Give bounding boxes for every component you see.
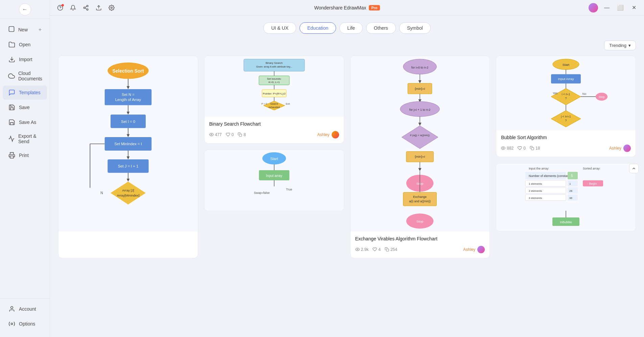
share-icon [83, 5, 89, 11]
card-meta-bubble-sort: 882 0 18 Ashley [501, 145, 631, 152]
likes-count-exchange: 4 [378, 247, 381, 252]
card-info-exchange: Exchange Virables Algorithm Flowchart 2.… [351, 232, 490, 258]
sidebar-item-export[interactable]: Export & Send [3, 130, 47, 148]
sidebar-item-new[interactable]: New + [3, 22, 47, 37]
upload-button[interactable] [94, 3, 103, 12]
svg-rect-2 [10, 156, 14, 158]
sidebar-item-save[interactable]: Save [3, 100, 47, 114]
svg-text:K=0, L=1: K=0, L=1 [268, 81, 280, 84]
close-button[interactable]: ✕ [629, 3, 639, 12]
svg-text:3 elements: 3 elements [529, 197, 542, 200]
card-author-exchange: Ashley [463, 246, 485, 253]
svg-rect-0 [9, 27, 14, 32]
tab-life[interactable]: Life [339, 22, 363, 34]
sort-select[interactable]: Trending ▾ [604, 41, 636, 50]
sidebar-export-label: Export & Send [18, 133, 42, 144]
card-exchange[interactable]: for i=0 to n-2 {min}=i for j=i + 1 to n-… [350, 56, 490, 258]
svg-text:{min}=i: {min}=i [415, 155, 425, 158]
copy-icon [385, 247, 389, 252]
svg-rect-94 [386, 249, 389, 251]
sidebar-item-options[interactable]: Options [3, 317, 47, 331]
sidebar-item-cloud[interactable]: Cloud Documents [3, 67, 47, 85]
open-icon [8, 41, 16, 48]
settings-button[interactable] [107, 3, 116, 12]
minimize-button[interactable]: — [602, 3, 612, 12]
svg-text:Set J = I + 1: Set J = I + 1 [118, 164, 139, 168]
svg-text:Given: array A with attribute : Given: array A with attribute key... [256, 65, 292, 68]
help-button[interactable] [55, 3, 65, 12]
saveas-icon [8, 119, 16, 126]
sidebar-bottom: Account Options [0, 298, 50, 337]
svg-text:Input array: Input array [266, 174, 282, 178]
svg-text:for i=0 to n-2: for i=0 to n-2 [411, 66, 429, 69]
tab-others[interactable]: Others [366, 22, 396, 34]
svg-text:36: 36 [569, 197, 572, 200]
tab-ui-ux[interactable]: UI & UX [263, 22, 296, 34]
svg-text:i < n-1: i < n-1 [562, 93, 570, 96]
author-avatar-bubble [623, 145, 631, 152]
svg-text:Pointer: P=(R+L)/2: Pointer: P=(R+L)/2 [263, 92, 286, 95]
app-name: Wondershare EdrawMax [314, 5, 366, 10]
share-button[interactable] [81, 3, 91, 12]
upload-icon [96, 5, 102, 11]
toolbar-row: Trending ▾ [58, 41, 636, 50]
sidebar-saveas-label: Save As [19, 120, 36, 125]
svg-text:N: N [100, 191, 103, 195]
views-count-bubble: 882 [507, 146, 514, 151]
sort-label: Trending [609, 43, 626, 48]
svg-point-4 [11, 323, 13, 325]
author-avatar-exchange [477, 246, 485, 253]
eye-icon [355, 247, 360, 252]
svg-marker-37 [111, 182, 146, 205]
scroll-top-button[interactable] [629, 164, 639, 173]
chevron-down-icon: ▾ [628, 43, 631, 48]
svg-point-93 [357, 249, 358, 250]
svg-text:1: 1 [569, 182, 571, 185]
copies-count-bubble: 18 [535, 146, 540, 151]
card-bubble-sort[interactable]: Start Input Array i < n-1 ? No Stop [496, 56, 636, 157]
card-col2-bottom[interactable]: Start Input array Swap=false True [204, 150, 344, 211]
tab-education[interactable]: Education [300, 22, 336, 34]
sidebar-item-import[interactable]: Import [3, 52, 47, 67]
svg-text:Array[MinIndex]: Array[MinIndex] [117, 193, 140, 197]
topbar-left-icons [55, 3, 116, 12]
account-icon [8, 305, 16, 313]
card-col4-bottom[interactable]: Input the array: Sorted array: Number of… [496, 163, 636, 231]
svg-text:?: ? [565, 119, 567, 122]
card-selection-sort[interactable]: Selection Sort Set N = Length of Array S… [58, 56, 198, 258]
card-info-binary-search: Binary Search Flowchart 477 0 8 [205, 117, 344, 143]
sidebar-item-templates[interactable]: Templates [3, 85, 47, 100]
likes-item: 0 [226, 132, 234, 137]
svg-text:Set I = 0: Set I = 0 [121, 120, 135, 124]
svg-text:Binary Search: Binary Search [265, 61, 283, 64]
views-item-exchange: 2.9k [355, 247, 369, 252]
sidebar-item-saveas[interactable]: Save As [3, 115, 47, 129]
card-info-bubble-sort: Bubble Sort Algorithm 882 0 18 [496, 130, 636, 157]
likes-item-bubble: 0 [518, 146, 526, 151]
back-button[interactable]: ← [19, 3, 31, 16]
svg-point-113 [503, 148, 504, 149]
options-icon [8, 320, 16, 328]
svg-text:Set bounds:: Set bounds: [267, 77, 281, 80]
views-item: 477 [209, 132, 222, 137]
sidebar-item-account[interactable]: Account [3, 302, 47, 316]
svg-text:if (a(j) < a({min}): if (a(j) < a({min}) [410, 134, 430, 137]
svg-rect-114 [531, 148, 534, 150]
author-name-bubble: Ashley [609, 146, 621, 151]
tab-symbol[interactable]: Symbol [399, 22, 431, 34]
svg-marker-22 [127, 112, 130, 115]
svg-rect-58 [239, 134, 242, 136]
maximize-button[interactable]: ⬜ [616, 3, 625, 12]
svg-point-57 [211, 134, 212, 135]
avatar-button[interactable] [589, 3, 598, 12]
card-meta-binary-search: 477 0 8 Ashley [209, 131, 339, 138]
svg-text:Start: Start [270, 157, 278, 161]
bell-icon [70, 5, 76, 11]
bell-button[interactable] [68, 3, 78, 12]
templates-icon [8, 89, 16, 96]
sidebar-item-open[interactable]: Open [3, 37, 47, 52]
card-binary-search[interactable]: Binary Search Given: array A with attrib… [204, 56, 344, 144]
svg-point-8 [84, 7, 85, 8]
col-2: Binary Search Given: array A with attrib… [204, 56, 344, 258]
sidebar-item-print[interactable]: Print [3, 148, 47, 162]
